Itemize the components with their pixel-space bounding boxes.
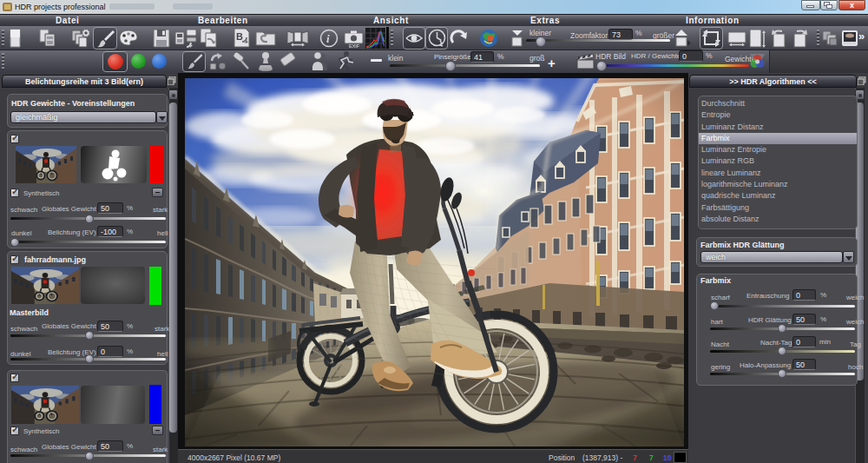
svg-text:i: i: [326, 32, 330, 45]
svg-text:B: B: [236, 31, 243, 42]
svg-text:EXIF: EXIF: [349, 43, 360, 49]
